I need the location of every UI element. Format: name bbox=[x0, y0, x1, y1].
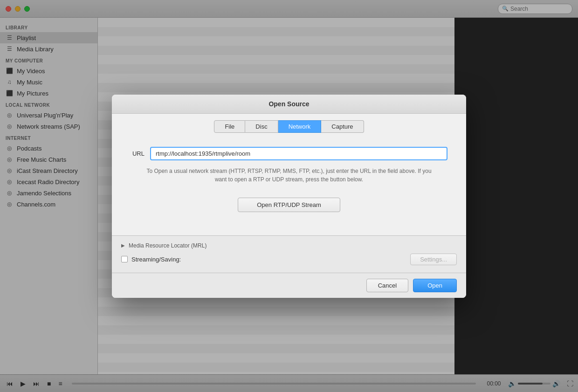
streaming-checkbox[interactable] bbox=[121, 256, 128, 262]
url-input[interactable] bbox=[150, 147, 447, 160]
streaming-row: Streaming/Saving: Settings... bbox=[121, 251, 457, 268]
dialog-actions: Cancel Open bbox=[112, 273, 466, 298]
open-source-dialog: Open Source File Disc Network Capture UR… bbox=[112, 95, 466, 298]
tab-network[interactable]: Network bbox=[278, 120, 322, 133]
settings-button[interactable]: Settings... bbox=[410, 254, 457, 265]
streaming-label: Streaming/Saving: bbox=[131, 256, 181, 263]
tab-capture[interactable]: Capture bbox=[321, 120, 364, 133]
tab-file[interactable]: File bbox=[214, 120, 245, 133]
dialog-body: URL To Open a usual network stream (HTTP… bbox=[112, 138, 466, 235]
modal-overlay: Open Source File Disc Network Capture UR… bbox=[0, 0, 578, 392]
url-label: URL bbox=[131, 150, 144, 157]
rtp-button-container: Open RTP/UDP Stream bbox=[131, 198, 447, 212]
mrl-row: ▶ Media Resource Locator (MRL) bbox=[121, 241, 457, 251]
dialog-tabs: File Disc Network Capture bbox=[112, 114, 466, 138]
mrl-expand-icon[interactable]: ▶ bbox=[121, 243, 125, 248]
dialog-lower: ▶ Media Resource Locator (MRL) Streaming… bbox=[112, 235, 466, 273]
mrl-label: Media Resource Locator (MRL) bbox=[129, 242, 206, 249]
url-row: URL bbox=[131, 147, 447, 160]
dialog-title: Open Source bbox=[112, 95, 466, 114]
cancel-button[interactable]: Cancel bbox=[366, 279, 408, 292]
rtp-button[interactable]: Open RTP/UDP Stream bbox=[238, 198, 340, 212]
open-button[interactable]: Open bbox=[413, 279, 457, 292]
tab-disc[interactable]: Disc bbox=[245, 120, 278, 133]
help-text: To Open a usual network stream (HTTP, RT… bbox=[144, 167, 434, 184]
